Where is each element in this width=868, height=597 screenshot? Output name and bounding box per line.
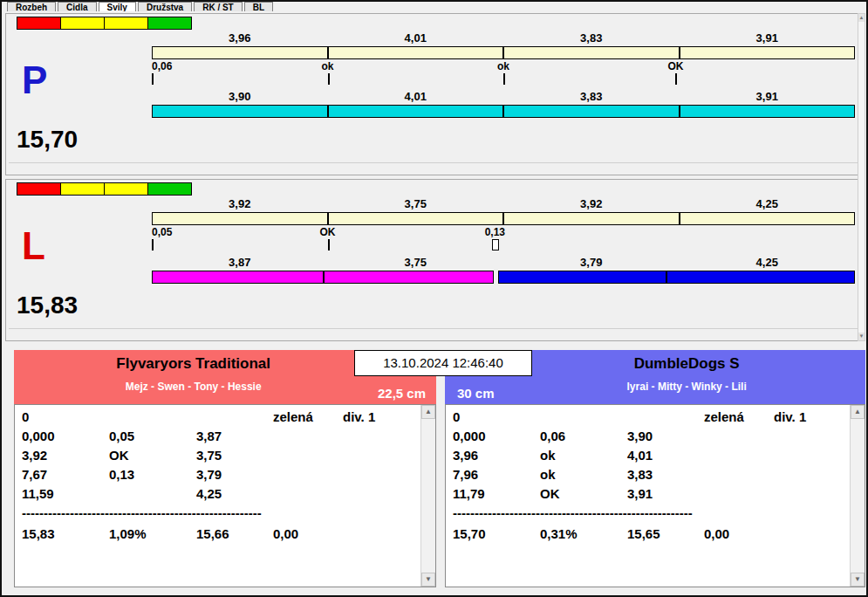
split-time: 3,91 xyxy=(680,90,856,103)
light-red-icon xyxy=(17,17,61,30)
tab-rk-st[interactable]: RK / ST xyxy=(194,2,243,11)
tab-svily[interactable]: Svily xyxy=(99,2,136,11)
split-time: 4,25 xyxy=(680,256,856,269)
light-yellow1-icon xyxy=(60,17,105,30)
match-footer: Flyvaryors Traditional Mejz - Swen - Ton… xyxy=(5,350,863,593)
results-row: 0,000 0,05 3,87 xyxy=(22,427,416,446)
light-green-icon xyxy=(147,17,192,30)
dog-progress-bar xyxy=(152,105,855,118)
bar-segment xyxy=(328,46,504,59)
results-row: 11,59 4,25 xyxy=(22,484,416,504)
lane-panel-p: 3,96 4,01 3,83 3,91 0,06 ok ok OK 3,90 4… xyxy=(5,13,861,175)
scroll-up-icon[interactable]: ▲ xyxy=(858,14,865,22)
tick-icon xyxy=(152,239,154,250)
dog-progress-bar xyxy=(152,271,855,284)
status-label: zelená xyxy=(704,408,774,427)
change-marker: 0,05 xyxy=(152,226,172,238)
scroll-down-icon[interactable]: ▼ xyxy=(851,573,865,587)
results-scrollbar[interactable]: ▲ ▼ xyxy=(850,405,865,587)
change-marker: OK xyxy=(667,60,683,72)
bar-segment xyxy=(680,105,856,118)
lane-panel-l: 3,92 3,75 3,92 4,25 0,05 OK 0,13 3,87 3,… xyxy=(5,179,861,341)
team-name: Flyvaryors Traditional xyxy=(14,350,372,373)
division-label: div. 1 xyxy=(774,408,845,427)
bar-segment xyxy=(152,271,324,284)
tab-rozbeh[interactable]: Rozbeh xyxy=(7,2,56,11)
bar-segment xyxy=(503,212,680,225)
light-red-icon xyxy=(17,182,61,196)
tab-druzstva[interactable]: Družstva xyxy=(138,2,192,11)
split-time: 4,01 xyxy=(328,90,504,103)
tab-cidla[interactable]: Cidla xyxy=(58,2,96,11)
bar-segment xyxy=(324,271,494,284)
results-separator: ----------------------------------------… xyxy=(453,504,845,523)
scroll-down-icon[interactable]: ▼ xyxy=(421,573,435,587)
split-time: 3,75 xyxy=(328,197,504,210)
split-time: 3,92 xyxy=(503,197,680,210)
dog-split-times: 3,90 4,01 3,83 3,91 xyxy=(152,90,855,103)
results-body: 0 zelená div. 1 0,000 0,05 3,87 3,92 OK … xyxy=(22,408,416,544)
bar-segment xyxy=(680,46,856,59)
bar-segment xyxy=(152,105,328,118)
jump-height: 22,5 cm xyxy=(378,386,426,401)
start-lights xyxy=(17,17,192,30)
tick-icon xyxy=(503,73,505,85)
start-value: 0 xyxy=(453,408,540,427)
bar-segment xyxy=(328,212,504,225)
team-name: DumbleDogs S xyxy=(508,350,865,373)
bar-segment xyxy=(152,46,328,59)
light-yellow2-icon xyxy=(104,182,148,196)
start-value: 0 xyxy=(22,408,109,427)
split-time: 4,01 xyxy=(328,31,504,45)
split-time: 3,75 xyxy=(328,256,504,269)
sensor-split-times: 3,92 3,75 3,92 4,25 xyxy=(152,197,855,210)
results-body: 0 zelená div. 1 0,000 0,06 3,90 3,96 ok … xyxy=(453,408,845,544)
division-label: div. 1 xyxy=(343,408,416,427)
status-label: zelená xyxy=(273,408,343,427)
change-markers: 0,06 ok ok OK xyxy=(152,60,855,72)
bar-segment xyxy=(152,212,328,225)
window-scrollbar[interactable]: ▲ ▼ xyxy=(858,13,865,341)
bar-segment xyxy=(680,212,856,225)
lane-total-time: 15,70 xyxy=(17,127,78,152)
tick-icon xyxy=(328,239,330,250)
scroll-up-icon[interactable]: ▲ xyxy=(421,405,435,419)
bar-segment xyxy=(666,271,855,284)
dog-split-times: 3,87 3,75 3,79 4,25 xyxy=(152,256,855,269)
tab-bl[interactable]: BL xyxy=(244,2,273,11)
results-header-row: 0 zelená div. 1 xyxy=(22,408,416,427)
sensor-split-times: 3,96 4,01 3,83 3,91 xyxy=(152,31,855,45)
split-time: 3,87 xyxy=(152,256,328,269)
bar-segment xyxy=(503,105,680,118)
results-row: 7,67 0,13 3,79 xyxy=(22,465,416,484)
split-time: 3,79 xyxy=(503,256,680,269)
app-window: Rozbeh Cidla Svily Družstva RK / ST BL 3… xyxy=(0,0,868,597)
split-time: 3,92 xyxy=(152,197,328,210)
fault-box-icon xyxy=(492,239,499,250)
results-row: 3,92 OK 3,75 xyxy=(22,446,416,465)
split-time: 3,91 xyxy=(680,31,856,45)
change-marker: 0,06 xyxy=(152,60,172,72)
tick-icon xyxy=(152,73,154,85)
results-row: 3,96 ok 4,01 xyxy=(453,446,845,465)
start-lights xyxy=(17,182,192,196)
bar-segment xyxy=(498,271,666,284)
split-time: 4,25 xyxy=(680,197,856,210)
change-marker: ok xyxy=(321,60,333,72)
results-pane-right: 0 zelená div. 1 0,000 0,06 3,90 3,96 ok … xyxy=(445,404,865,587)
scroll-down-icon[interactable]: ▼ xyxy=(858,333,865,340)
sensor-bar xyxy=(152,46,855,59)
light-yellow1-icon xyxy=(60,182,105,196)
jump-height: 30 cm xyxy=(457,386,495,401)
results-scrollbar[interactable]: ▲ ▼ xyxy=(420,405,435,587)
tick-icon xyxy=(675,73,677,85)
lane-total-time: 15,83 xyxy=(17,293,78,318)
split-time: 3,83 xyxy=(503,31,680,45)
lane-letter: L xyxy=(22,227,45,265)
bar-segment xyxy=(328,105,504,118)
results-totals-row: 15,70 0,31% 15,65 0,00 xyxy=(453,525,845,544)
change-marker: ok xyxy=(497,60,509,72)
scroll-up-icon[interactable]: ▲ xyxy=(851,405,865,419)
light-yellow2-icon xyxy=(104,17,148,30)
change-markers: 0,05 OK 0,13 xyxy=(152,226,855,238)
